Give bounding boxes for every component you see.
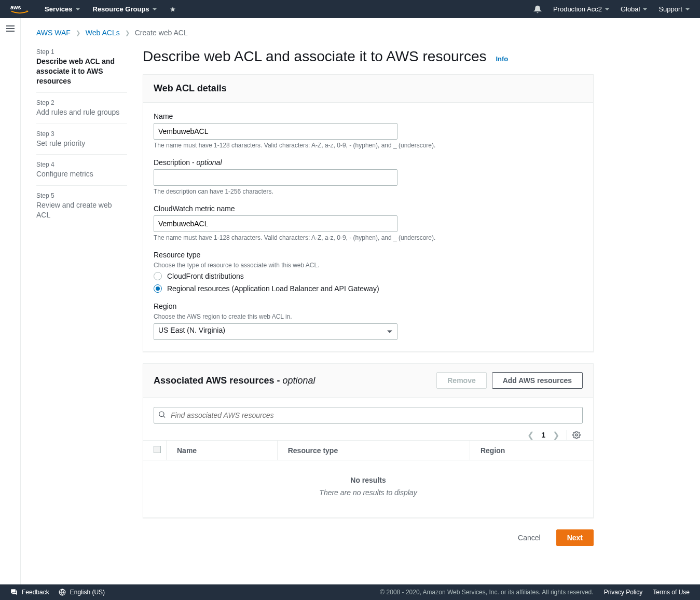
svg-point-3 — [575, 434, 578, 436]
name-label: Name — [154, 112, 583, 120]
resources-table: Name Resource type Region — [143, 440, 593, 460]
region-desc: Choose the AWS region to create this web… — [154, 313, 583, 320]
nav-support[interactable]: Support — [658, 5, 690, 13]
region-label: Region — [154, 302, 583, 310]
nav-region[interactable]: Global — [621, 5, 648, 13]
nav-pin-icon[interactable] — [170, 6, 176, 12]
panel-web-acl-details: Web ACL details Name The name must have … — [143, 74, 594, 352]
wizard-step-3: Step 3 Set rule priority — [36, 124, 127, 155]
description-help: The description can have 1-256 character… — [154, 188, 583, 195]
breadcrumb-webacls[interactable]: Web ACLs — [86, 29, 120, 37]
radio-icon — [154, 284, 162, 293]
metric-input[interactable] — [154, 215, 397, 232]
metric-help: The name must have 1-128 characters. Val… — [154, 234, 583, 241]
resource-type-label: Resource type — [154, 251, 583, 259]
page-prev-icon: ❮ — [527, 430, 534, 440]
next-button[interactable]: Next — [556, 529, 594, 546]
wizard-step-5: Step 5 Review and create web ACL — [36, 186, 127, 226]
wizard-actions: Cancel Next — [143, 529, 594, 546]
panel-title-associated: Associated AWS resources - optional — [154, 375, 315, 386]
caret-down-icon — [685, 8, 690, 10]
name-help: The name must have 1-128 characters. Val… — [154, 142, 583, 149]
radio-regional[interactable]: Regional resources (Application Load Bal… — [154, 284, 583, 293]
hamburger-icon — [6, 25, 15, 33]
chevron-right-icon: ❯ — [76, 30, 80, 36]
nav-services[interactable]: Services — [45, 5, 80, 13]
no-results: No results There are no results to displ… — [143, 460, 593, 517]
remove-button: Remove — [436, 372, 486, 389]
panel-title-details: Web ACL details — [154, 83, 227, 94]
breadcrumb-waf[interactable]: AWS WAF — [36, 29, 71, 37]
resource-type-desc: Choose the type of resource to associate… — [154, 262, 583, 269]
caret-down-icon — [605, 8, 609, 10]
radio-cloudfront[interactable]: CloudFront distributions — [154, 272, 583, 280]
col-type[interactable]: Resource type — [277, 441, 470, 460]
main-content: AWS WAF ❯ Web ACLs ❯ Create web ACL Step… — [21, 18, 700, 584]
col-region[interactable]: Region — [470, 441, 593, 460]
region-select[interactable]: US East (N. Virginia) — [154, 323, 397, 340]
settings-icon[interactable] — [567, 430, 581, 440]
caret-down-icon — [153, 8, 157, 10]
notifications-icon[interactable] — [533, 5, 542, 13]
search-icon — [158, 411, 166, 420]
wizard-step-4: Step 4 Configure metrics — [36, 155, 127, 186]
description-input[interactable] — [154, 169, 397, 186]
wizard-step-2: Step 2 Add rules and rule groups — [36, 93, 127, 124]
caret-down-icon — [76, 8, 80, 10]
breadcrumb: AWS WAF ❯ Web ACLs ❯ Create web ACL — [21, 18, 700, 48]
pagination: ❮ 1 ❯ — [154, 424, 583, 440]
nav-account[interactable]: Production Acc2 — [553, 5, 609, 13]
description-label: Description - optional — [154, 158, 583, 167]
panel-associated-resources: Associated AWS resources - optional Remo… — [143, 363, 594, 518]
radio-icon — [154, 272, 162, 280]
page-title: Describe web ACL and associate it to AWS… — [143, 48, 486, 65]
cancel-button[interactable]: Cancel — [507, 529, 551, 546]
svg-text:aws: aws — [10, 4, 21, 10]
page-next-icon: ❯ — [553, 430, 559, 440]
name-input[interactable] — [154, 123, 397, 140]
top-nav: aws Services Resource Groups Production … — [0, 0, 700, 18]
metric-label: CloudWatch metric name — [154, 204, 583, 213]
sidebar-toggle[interactable] — [0, 18, 21, 584]
nav-resource-groups[interactable]: Resource Groups — [93, 5, 157, 13]
page-number: 1 — [541, 431, 545, 439]
aws-logo[interactable]: aws — [10, 4, 29, 15]
wizard-step-1[interactable]: Step 1 Describe web ACL and associate it… — [36, 48, 127, 93]
caret-down-icon — [643, 8, 647, 10]
chevron-right-icon: ❯ — [125, 30, 130, 36]
wizard-nav: Step 1 Describe web ACL and associate it… — [36, 48, 127, 226]
svg-point-1 — [159, 412, 164, 416]
svg-line-2 — [163, 416, 165, 418]
breadcrumb-current: Create web ACL — [135, 29, 188, 37]
add-aws-resources-button[interactable]: Add AWS resources — [492, 372, 583, 389]
search-resources-input[interactable] — [154, 407, 583, 424]
col-name[interactable]: Name — [167, 441, 278, 460]
info-link[interactable]: Info — [496, 55, 508, 63]
select-all-checkbox[interactable] — [154, 446, 161, 453]
